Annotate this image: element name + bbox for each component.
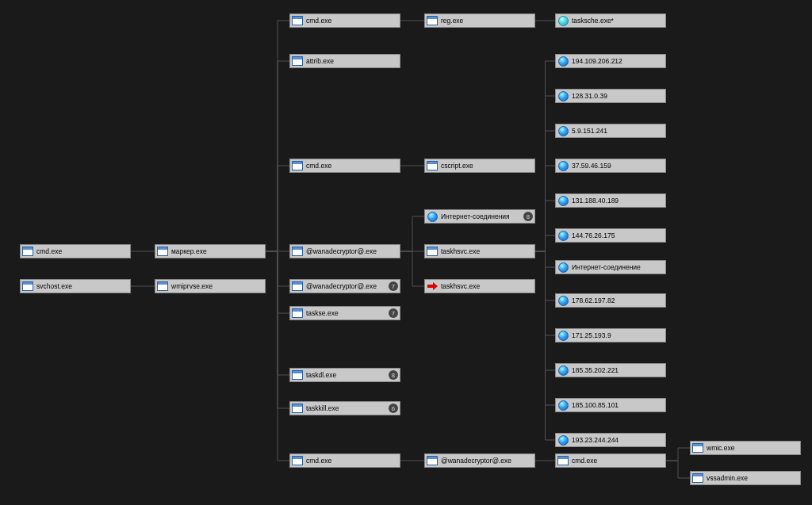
globe-icon (557, 330, 569, 341)
node-label: vssadmin.exe (707, 474, 799, 482)
tree-node[interactable]: cmd.exe (289, 159, 400, 173)
task-icon (557, 15, 569, 26)
arrow-icon (427, 281, 438, 292)
tree-node[interactable]: 5.9.151.241 (555, 124, 666, 138)
count-badge: 7 (389, 281, 398, 291)
tree-node[interactable]: @wanadecryptor@.exe7 (289, 279, 400, 293)
node-label: cmd.exe (306, 162, 398, 170)
tree-node[interactable]: cmd.exe (289, 453, 400, 468)
tree-edge (266, 251, 289, 461)
globe-icon (557, 125, 569, 136)
tree-node[interactable]: vssadmin.exe (690, 471, 801, 485)
node-label: cmd.exe (36, 247, 128, 255)
tree-node[interactable]: taskse.exe7 (289, 306, 400, 320)
tree-edge (400, 251, 424, 286)
tree-edge (535, 235, 555, 251)
tree-node[interactable]: 131.188.40.189 (555, 193, 666, 208)
globe-icon (557, 195, 569, 206)
process-icon (427, 15, 438, 26)
node-label: 131.188.40.189 (572, 197, 664, 205)
node-label: attrib.exe (306, 57, 398, 65)
tree-node[interactable]: 185.100.85.101 (555, 398, 666, 412)
node-label: @wanadecryptor@.exe (306, 247, 398, 255)
node-label: wmic.exe (707, 444, 799, 452)
node-label: 193.23.244.244 (572, 436, 664, 444)
node-label: cmd.exe (306, 457, 398, 465)
node-label: 185.100.85.101 (572, 401, 664, 409)
process-icon (292, 15, 303, 26)
tree-node[interactable]: cmd.exe (20, 244, 131, 258)
process-icon (157, 246, 168, 257)
tree-node[interactable]: 185.35.202.221 (555, 363, 666, 377)
globe-icon (557, 295, 569, 306)
process-icon (22, 281, 33, 292)
tree-node[interactable]: 37.59.46.159 (555, 159, 666, 173)
tree-node[interactable]: tasksche.exe* (555, 13, 666, 28)
tree-node[interactable]: 144.76.26.175 (555, 228, 666, 243)
tree-node[interactable]: cmd.exe (555, 453, 666, 468)
node-label: 185.35.202.221 (572, 366, 664, 374)
process-icon (427, 160, 438, 171)
tree-node[interactable]: cscript.exe (424, 159, 535, 173)
count-badge: 8 (523, 212, 533, 221)
tree-node[interactable]: wmiprvse.exe (155, 279, 266, 293)
globe-icon (557, 262, 569, 273)
tree-node[interactable]: reg.exe (424, 13, 535, 28)
tree-node[interactable]: 193.23.244.244 (555, 433, 666, 447)
tree-node[interactable]: cmd.exe (289, 13, 400, 28)
process-icon (692, 472, 703, 484)
tree-node[interactable]: @wanadecryptor@.exe (289, 244, 400, 258)
node-label: 128.31.0.39 (572, 92, 664, 100)
node-label: taskhsvc.exe (441, 282, 533, 290)
node-label: @wanadecryptor@.exe (441, 457, 533, 465)
node-label: маркер.exe (171, 247, 263, 255)
process-icon (427, 455, 438, 466)
tree-node[interactable]: маркер.exe (155, 244, 266, 258)
tree-node[interactable]: Интернет-соединения8 (424, 209, 535, 224)
node-label: taskhsvc.exe (441, 247, 533, 255)
tree-node[interactable]: 128.31.0.39 (555, 89, 666, 103)
node-label: tasksche.exe* (572, 17, 664, 25)
node-label: cmd.exe (572, 457, 664, 465)
node-label: 144.76.26.175 (572, 231, 664, 239)
node-label: Интернет-соединения (441, 212, 522, 220)
node-label: Интернет-соединение (572, 263, 664, 271)
tree-node[interactable]: svchost.exe (20, 279, 131, 293)
tree-node[interactable]: @wanadecryptor@.exe (424, 453, 535, 468)
process-icon (292, 246, 303, 257)
globe-icon (557, 90, 569, 101)
tree-node[interactable]: taskhsvc.exe (424, 279, 535, 293)
tree-node[interactable]: attrib.exe (289, 54, 400, 68)
node-label: cscript.exe (441, 162, 533, 170)
process-icon (292, 455, 303, 466)
globe-icon (557, 434, 569, 446)
process-icon (292, 55, 303, 67)
tree-edge (400, 216, 424, 251)
process-icon (292, 281, 303, 292)
globe-icon (557, 160, 569, 171)
node-label: 194.109.206.212 (572, 57, 664, 65)
tree-node[interactable]: 194.109.206.212 (555, 54, 666, 68)
tree-node[interactable]: 171.25.193.9 (555, 328, 666, 342)
process-icon (157, 281, 168, 292)
count-badge: 6 (389, 404, 398, 413)
node-label: 37.59.46.159 (572, 162, 664, 170)
node-label: taskkill.exe (306, 404, 387, 412)
globe-icon (557, 55, 569, 67)
tree-node[interactable]: wmic.exe (690, 441, 801, 455)
node-label: 171.25.193.9 (572, 331, 664, 339)
tree-node[interactable]: taskdl.exe8 (289, 368, 400, 382)
node-label: taskse.exe (306, 309, 387, 317)
node-label: taskdl.exe (306, 371, 387, 379)
node-label: svchost.exe (36, 282, 128, 290)
process-icon (22, 246, 33, 257)
tree-edge (666, 461, 690, 478)
process-icon (692, 442, 703, 453)
tree-node[interactable]: 178.62.197.82 (555, 293, 666, 308)
process-icon (292, 369, 303, 381)
globe-icon (557, 230, 569, 241)
node-label: @wanadecryptor@.exe (306, 282, 387, 290)
tree-node[interactable]: taskkill.exe6 (289, 401, 400, 415)
tree-node[interactable]: Интернет-соединение (555, 260, 666, 274)
tree-node[interactable]: taskhsvc.exe (424, 244, 535, 258)
